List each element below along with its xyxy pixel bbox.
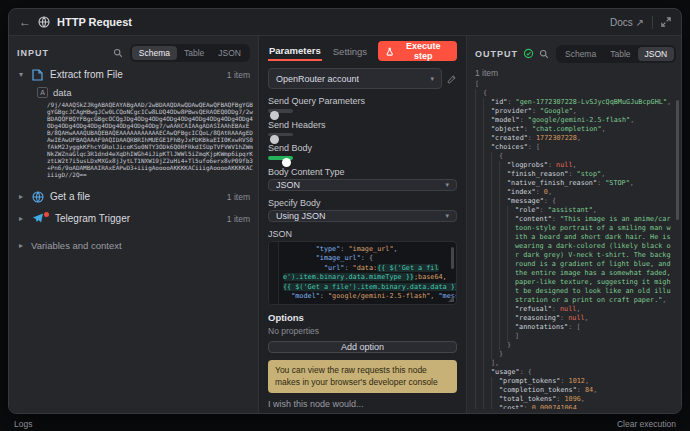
docs-link[interactable]: Docs ↗ — [610, 17, 644, 28]
trigger-badge — [44, 212, 49, 217]
back-icon[interactable]: ← — [19, 15, 31, 29]
input-item-telegram-trigger[interactable]: ▸ Telegram Trigger 1 item — [17, 209, 250, 228]
toggle-label: Send Body — [268, 143, 457, 153]
input-view-tabs: Schema Table JSON — [130, 44, 250, 62]
body-content-type-select[interactable]: JSON▾ — [268, 179, 457, 191]
flask-icon — [386, 47, 393, 56]
variables-and-context-row[interactable]: ▸ Variables and context — [17, 236, 250, 255]
get-a-file-icon — [31, 190, 44, 203]
editor-resize-handle[interactable] — [448, 296, 454, 302]
extract-from-file-icon — [31, 68, 44, 81]
expand-icon[interactable] — [661, 17, 671, 27]
output-scrollbar[interactable] — [676, 100, 679, 220]
json-editor[interactable]: "type": "image_url", "image_url": { "url… — [268, 241, 457, 305]
input-item-extract-from-file[interactable]: ▾ Extract from File 1 item — [17, 65, 250, 84]
chevron-right-icon[interactable]: ▸ — [17, 214, 25, 223]
credential-select[interactable]: OpenRouter account▾ — [268, 68, 442, 89]
variables-label: Variables and context — [31, 240, 122, 251]
input-item-label: Get a file — [50, 191, 90, 202]
input-item-label: Extract from File — [50, 69, 123, 80]
tab-schema[interactable]: Schema — [132, 46, 177, 60]
options-empty-text: No properties — [268, 326, 457, 336]
http-node-icon — [38, 16, 50, 28]
logs-button[interactable]: Logs — [14, 419, 32, 429]
chevron-right-icon[interactable]: ▸ — [17, 192, 25, 201]
node-title: HTTP Request — [57, 16, 132, 28]
specify-body-select[interactable]: Using JSON▾ — [268, 210, 457, 222]
topbar-divider — [652, 16, 653, 29]
tab-parameters[interactable]: Parameters — [268, 42, 322, 61]
input-item-count: 1 item — [227, 192, 250, 202]
input-panel: INPUT Schema Table JSON ▾ Extract fro — [9, 36, 259, 413]
select-label: Specify Body — [268, 198, 457, 208]
clear-execution-button[interactable]: Clear execution — [617, 419, 676, 429]
output-json: [{"id": "gen-1772307228-LvSJycQqBMuGJuBc… — [475, 80, 673, 409]
input-title: INPUT — [17, 48, 49, 58]
send-body-toggle[interactable] — [268, 156, 293, 160]
input-item-count: 1 item — [227, 214, 250, 224]
editor-scrollbar[interactable] — [451, 247, 454, 269]
options-label: Options — [268, 312, 457, 323]
input-item-get-a-file[interactable]: ▸ Get a file 1 item — [17, 187, 250, 206]
success-check-icon — [523, 48, 534, 59]
toggle-label: Send Query Parameters — [268, 96, 457, 106]
json-editor-label: JSON — [268, 229, 457, 239]
tab-table[interactable]: Table — [177, 46, 211, 60]
node-feedback-link[interactable]: I wish this node would... — [268, 399, 457, 409]
toggle-label: Send Headers — [268, 120, 457, 130]
edit-credential-icon[interactable] — [447, 74, 457, 84]
select-label: Body Content Type — [268, 167, 457, 177]
output-panel: OUTPUT Schema Table JSON — [467, 36, 681, 413]
string-type-icon: A — [37, 87, 48, 98]
output-items-count: 1 item — [475, 68, 673, 78]
chevron-right-icon[interactable]: ▸ — [17, 241, 25, 250]
modal-topbar: ← HTTP Request Docs ↗ — [9, 9, 681, 36]
input-item-label: Telegram Trigger — [55, 213, 130, 224]
tab-schema[interactable]: Schema — [558, 47, 603, 61]
dev-console-notice: You can view the raw requests this node … — [268, 360, 457, 393]
tab-settings[interactable]: Settings — [332, 43, 368, 60]
send-query-parameters-toggle[interactable] — [268, 109, 293, 113]
send-headers-toggle[interactable] — [268, 133, 293, 137]
editor-gutter — [269, 242, 279, 304]
chevron-down-icon[interactable]: ▾ — [17, 70, 25, 79]
search-icon[interactable] — [113, 48, 123, 58]
input-item-count: 1 item — [227, 70, 250, 80]
data-field-value: /9j/4AAQSkZJRgABAQEAYABgAAD/2wBDAAQDAwQD… — [47, 101, 253, 178]
add-option-button[interactable]: Add option — [268, 341, 457, 353]
data-field-row[interactable]: A data — [37, 87, 250, 98]
tab-table[interactable]: Table — [603, 47, 637, 61]
data-field-name: data — [53, 87, 72, 98]
node-detail-modal: ← HTTP Request Docs ↗ INPUT — [8, 8, 682, 414]
tab-json[interactable]: JSON — [638, 47, 675, 61]
search-icon[interactable] — [539, 49, 549, 59]
telegram-icon — [31, 212, 44, 225]
output-view-tabs: Schema Table JSON — [556, 45, 676, 63]
bottom-bar: Logs Clear execution — [0, 416, 690, 431]
parameters-panel: Parameters Settings Execute step OpenRou… — [259, 36, 467, 413]
output-title: OUTPUT — [475, 49, 518, 59]
json-editor-content: "type": "image_url", "image_url": { "url… — [283, 245, 448, 301]
tab-json[interactable]: JSON — [211, 46, 248, 60]
execute-step-button[interactable]: Execute step — [378, 41, 457, 61]
